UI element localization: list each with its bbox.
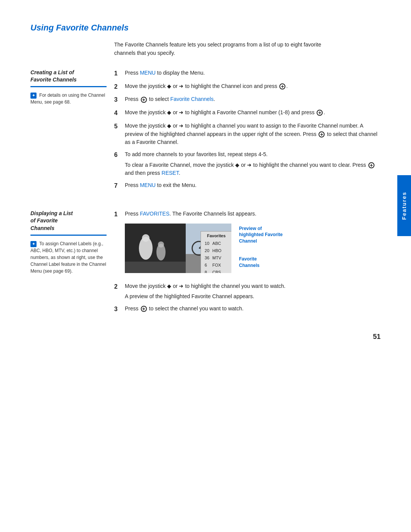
channel-num: 8 bbox=[203, 269, 211, 273]
section-creating: Creating a List ofFavorite Channels ✦ Fo… bbox=[30, 69, 381, 195]
step-6: 6 To add more channels to your favorites… bbox=[114, 150, 381, 177]
svg-point-3 bbox=[142, 234, 150, 242]
channel-label: CBS bbox=[211, 269, 229, 273]
channel-label: HBO bbox=[211, 247, 229, 254]
table-row: 20HBO bbox=[203, 247, 229, 254]
channel-num: 6 bbox=[203, 262, 211, 269]
mockup-labels: Preview ofhighlighted FavoriteChannel Fa… bbox=[239, 224, 283, 273]
section-displaying: Displaying a Listof FavoriteChannels ✦ T… bbox=[30, 210, 381, 318]
step-1: 1 Press MENU to display the Menu. bbox=[114, 69, 381, 78]
creating-note-text: For details on using the Channel Menu, s… bbox=[30, 93, 105, 105]
favorites-label-text: FavoriteChannels bbox=[239, 256, 260, 268]
football-svg bbox=[125, 224, 186, 273]
favorites-table: 10ABC 20HBO 36MTV 6FOX 8CBS 37COMED 40 9 bbox=[203, 240, 229, 273]
table-row: 10ABC bbox=[203, 240, 229, 247]
step-4-content: Move the joystick ◆ or ➜ to highlight a … bbox=[125, 109, 381, 118]
menu-keyword-2: MENU bbox=[140, 182, 156, 188]
step-2-number: 2 bbox=[114, 82, 125, 92]
favorites-keyword: FAVORITES bbox=[140, 211, 170, 217]
displaying-note-text: To assign Channel Labels (e.g., ABC, HBO… bbox=[30, 241, 106, 274]
disp-step-3-content: Press + to select the channel you want t… bbox=[125, 305, 381, 314]
circle-plus-icon-4: + bbox=[319, 131, 325, 137]
step-3: 3 Press + to select Favorite Channels. bbox=[114, 95, 381, 105]
step-2-content: Move the joystick ◆ or ➜ to highlight th… bbox=[125, 82, 381, 92]
disp-step-2-subtext: A preview of the highlighted Favorite Ch… bbox=[125, 292, 381, 301]
creating-note: ✦ For details on using the Channel Menu,… bbox=[30, 92, 107, 105]
page-container: Features Using Favorite Channels The Fav… bbox=[0, 0, 411, 356]
circle-plus-icon-1: + bbox=[279, 83, 285, 89]
table-row: 36MTV bbox=[203, 254, 229, 262]
section-creating-left: Creating a List ofFavorite Channels ✦ Fo… bbox=[30, 69, 114, 195]
table-row: 8CBS bbox=[203, 269, 229, 273]
step-2: 2 Move the joystick ◆ or ➜ to highlight … bbox=[114, 82, 381, 92]
channel-num: 36 bbox=[203, 254, 211, 262]
displaying-steps-list: 1 Press FAVORITES. The Favorite Channels… bbox=[114, 210, 381, 314]
channel-label: ABC bbox=[211, 240, 229, 247]
step-5-content: Move the joystick ◆ or ➜ to highlight a … bbox=[125, 122, 381, 147]
table-row: 6FOX bbox=[203, 262, 229, 269]
reset-keyword: RESET bbox=[162, 170, 179, 176]
note-icon: ✦ bbox=[30, 93, 37, 99]
label-preview: Preview ofhighlighted FavoriteChannel bbox=[239, 225, 283, 244]
favorites-panel: Favorites 10ABC 20HBO 36MTV 6FOX 8CBS 37… bbox=[201, 231, 231, 273]
channel-label: FOX bbox=[211, 262, 229, 269]
note-icon-2: ✦ bbox=[30, 241, 37, 247]
circle-plus-icon-2: + bbox=[141, 97, 147, 103]
disp-step-3-number: 3 bbox=[114, 305, 125, 314]
mockup-image-right: Favorites 10ABC 20HBO 36MTV 6FOX 8CBS 37… bbox=[186, 224, 231, 273]
disp-step-1: 1 Press FAVORITES. The Favorite Channels… bbox=[114, 210, 381, 278]
page-number: 51 bbox=[373, 333, 381, 341]
favorites-mockup: Favorites 10ABC 20HBO 36MTV 6FOX 8CBS 37… bbox=[125, 224, 381, 273]
channel-num: 10 bbox=[203, 240, 211, 247]
step-7-content: Press MENU to exit the Menu. bbox=[125, 181, 381, 191]
step-4-number: 4 bbox=[114, 109, 125, 118]
step-7-number: 7 bbox=[114, 181, 125, 191]
step-6-subtext: To clear a Favorite Channel, move the jo… bbox=[125, 161, 381, 177]
disp-step-1-content: Press FAVORITES. The Favorite Channels l… bbox=[125, 210, 381, 278]
step-7: 7 Press MENU to exit the Menu. bbox=[114, 181, 381, 191]
menu-keyword-1: MENU bbox=[140, 70, 156, 76]
favorite-channels-keyword: Favorite Channels bbox=[170, 96, 214, 102]
mockup-screens: Favorites 10ABC 20HBO 36MTV 6FOX 8CBS 37… bbox=[125, 224, 231, 273]
football-bg bbox=[125, 224, 186, 273]
disp-step-3: 3 Press + to select the channel you want… bbox=[114, 305, 381, 314]
side-tab: Features bbox=[397, 175, 411, 236]
page-title: Using Favorite Channels bbox=[30, 23, 381, 33]
channel-num: 20 bbox=[203, 247, 211, 254]
circle-plus-icon-6: + bbox=[141, 306, 147, 312]
section-displaying-heading: Displaying a Listof FavoriteChannels bbox=[30, 210, 107, 236]
disp-step-2: 2 Move the joystick ◆ or ➜ to highlight … bbox=[114, 282, 381, 301]
disp-step-2-content: Move the joystick ◆ or ➜ to highlight th… bbox=[125, 282, 381, 301]
svg-rect-1 bbox=[125, 262, 186, 273]
label-favorites: FavoriteChannels bbox=[239, 256, 283, 269]
side-tab-label: Features bbox=[401, 192, 407, 220]
step-6-content: To add more channels to your favorites l… bbox=[125, 150, 381, 177]
section-displaying-left: Displaying a Listof FavoriteChannels ✦ T… bbox=[30, 210, 114, 318]
intro-text: The Favorite Channels feature lets you s… bbox=[114, 40, 342, 58]
displaying-note: ✦ To assign Channel Labels (e.g., ABC, H… bbox=[30, 240, 107, 275]
disp-step-1-number: 1 bbox=[114, 210, 125, 278]
step-1-content: Press MENU to display the Menu. bbox=[125, 69, 381, 78]
step-1-number: 1 bbox=[114, 69, 125, 78]
section-creating-right: 1 Press MENU to display the Menu. 2 Move… bbox=[114, 69, 381, 195]
section-displaying-right: 1 Press FAVORITES. The Favorite Channels… bbox=[114, 210, 381, 318]
circle-plus-icon-5: + bbox=[368, 162, 374, 168]
step-5: 5 Move the joystick ◆ or ➜ to highlight … bbox=[114, 122, 381, 147]
step-5-number: 5 bbox=[114, 122, 125, 147]
creating-steps-list: 1 Press MENU to display the Menu. 2 Move… bbox=[114, 69, 381, 191]
preview-label-text: Preview ofhighlighted FavoriteChannel bbox=[239, 226, 283, 244]
circle-plus-icon-3: + bbox=[317, 110, 323, 116]
step-3-number: 3 bbox=[114, 95, 125, 105]
favorites-panel-title: Favorites bbox=[203, 233, 229, 239]
step-4: 4 Move the joystick ◆ or ➜ to highlight … bbox=[114, 109, 381, 118]
svg-point-5 bbox=[158, 241, 164, 248]
channel-label: MTV bbox=[211, 254, 229, 262]
disp-step-2-number: 2 bbox=[114, 282, 125, 301]
mockup-image-left bbox=[125, 224, 186, 273]
section-creating-heading: Creating a List ofFavorite Channels bbox=[30, 69, 107, 87]
step-6-number: 6 bbox=[114, 150, 125, 177]
step-3-content: Press + to select Favorite Channels. bbox=[125, 95, 381, 105]
